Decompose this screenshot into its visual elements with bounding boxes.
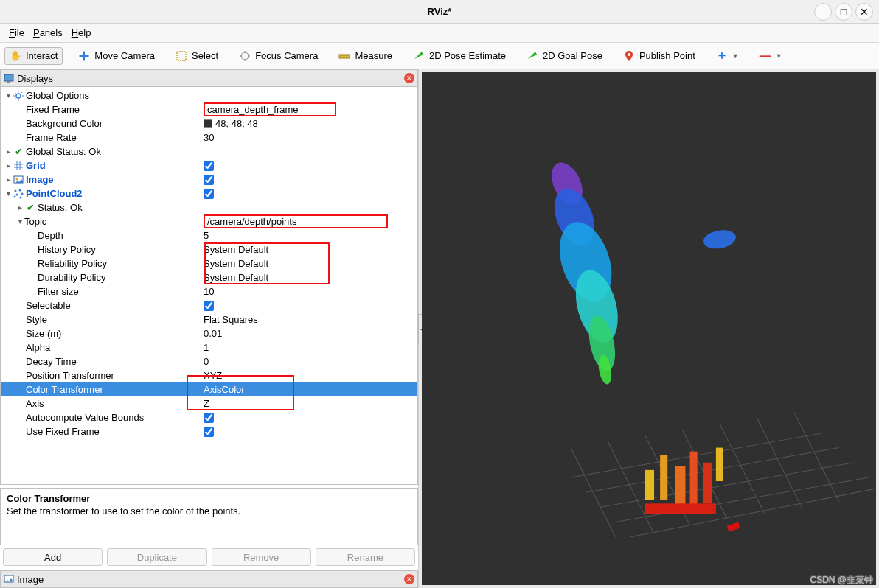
tree-value[interactable]: 10 — [204, 286, 214, 297]
expand-icon[interactable]: ▸ — [15, 203, 24, 211]
tree-label: Axis — [26, 398, 44, 409]
tree-item-decay-time[interactable]: Decay Time 0 — [1, 354, 417, 368]
tree-label: Global Options — [26, 90, 89, 101]
add-button[interactable]: Add — [3, 548, 103, 566]
tree-value[interactable]: Flat Squares — [204, 314, 258, 325]
tool-goal-label: 2D Goal Pose — [543, 50, 602, 61]
tree-value[interactable]: /camera/depth/points — [204, 214, 388, 228]
tree-item-alpha[interactable]: Alpha 1 — [1, 340, 417, 354]
3d-viewport[interactable] — [422, 72, 876, 585]
panel-close-icon[interactable]: ✕ — [404, 73, 414, 83]
tree-item-position-transformer[interactable]: Position Transformer XYZ — [1, 368, 417, 382]
image-panel-header[interactable]: Image ✕ — [0, 570, 418, 588]
tree-value[interactable]: 1 — [204, 342, 209, 353]
tree-value[interactable]: 5 — [204, 230, 209, 241]
tool-move-label: Move Camera — [94, 50, 155, 61]
tree-item-background-color[interactable]: Background Color 48; 48; 48 — [1, 116, 417, 130]
grid-checkbox[interactable] — [204, 161, 214, 171]
tree-item-size[interactable]: Size (m) 0.01 — [1, 326, 417, 340]
move-icon — [78, 50, 90, 62]
tool-select[interactable]: Select — [170, 47, 223, 65]
svg-point-11 — [21, 192, 24, 195]
tool-measure[interactable]: Measure — [333, 47, 397, 65]
pointcloud2-checkbox[interactable] — [204, 189, 214, 199]
tree-item-selectable[interactable]: Selectable — [1, 298, 417, 312]
tree-item-global-status[interactable]: ▸ ✔ Global Status: Ok — [1, 144, 417, 158]
tool-pose-estimate[interactable]: 2D Pose Estimate — [408, 47, 511, 65]
tree-value[interactable]: XYZ — [204, 370, 222, 381]
tree-item-style[interactable]: Style Flat Squares — [1, 312, 417, 326]
menu-file[interactable]: File — [4, 26, 29, 40]
tree-item-depth[interactable]: Depth 5 — [1, 228, 417, 242]
tree-item-filter-size[interactable]: Filter size 10 — [1, 284, 417, 298]
expand-icon[interactable]: ▸ — [4, 161, 13, 169]
tree-value[interactable]: Z — [204, 398, 209, 409]
autocompute-checkbox[interactable] — [204, 413, 214, 423]
gear-icon — [13, 90, 24, 102]
left-panel: Displays ✕ ▾ Global Options Fixed Frame … — [0, 69, 419, 588]
description-box: Color Transformer Set the transformer to… — [0, 488, 418, 545]
maximize-button[interactable]: □ — [835, 3, 852, 21]
svg-rect-0 — [177, 52, 186, 60]
close-button[interactable]: ✕ — [855, 3, 873, 21]
tool-move-camera[interactable]: Move Camera — [73, 47, 160, 65]
image-checkbox[interactable] — [204, 175, 214, 185]
tool-remove[interactable]: —▼ — [754, 46, 788, 66]
tree-value[interactable]: System Default — [204, 244, 268, 255]
tree-item-grid[interactable]: ▸ Grid — [1, 158, 417, 172]
tree-label: PointCloud2 — [26, 188, 83, 199]
rename-button[interactable]: Rename — [316, 548, 415, 566]
tree-item-color-transformer[interactable]: Color Transformer AxisColor — [1, 382, 417, 396]
tree-item-status-ok[interactable]: ▸ ✔ Status: Ok — [1, 200, 417, 214]
minimize-button[interactable]: – — [814, 3, 832, 21]
tree-value[interactable]: 48; 48; 48 — [215, 118, 258, 129]
svg-point-9 — [15, 189, 17, 192]
tree-item-frame-rate[interactable]: Frame Rate 30 — [1, 130, 417, 144]
tree-item-pointcloud2[interactable]: ▾ PointCloud2 — [1, 186, 417, 200]
tree-item-reliability-policy[interactable]: Reliability Policy System Default — [1, 256, 417, 270]
tree-value[interactable]: System Default — [204, 272, 268, 283]
displays-tree[interactable]: ▾ Global Options Fixed Frame camera_dept… — [0, 87, 418, 485]
expand-icon[interactable]: ▾ — [4, 189, 13, 197]
tree-value[interactable]: 0.01 — [204, 328, 222, 339]
tree-item-fixed-frame[interactable]: Fixed Frame camera_depth_frame — [1, 102, 417, 116]
tree-value[interactable]: System Default — [204, 258, 268, 269]
menu-help[interactable]: Help — [67, 26, 96, 40]
tree-item-durability-policy[interactable]: Durability Policy System Default — [1, 270, 417, 284]
tree-item-global-options[interactable]: ▾ Global Options — [1, 88, 417, 102]
selectable-checkbox[interactable] — [204, 301, 214, 311]
watermark: CSDN @韭菜钟 — [810, 574, 873, 587]
expand-icon[interactable]: ▸ — [4, 175, 13, 183]
tree-value[interactable]: 30 — [204, 132, 214, 143]
menu-panels[interactable]: Panels — [29, 26, 67, 40]
tree-item-topic[interactable]: ▾ Topic /camera/depth/points — [1, 214, 417, 228]
tree-item-history-policy[interactable]: History Policy System Default — [1, 242, 417, 256]
tree-label: Durability Policy — [38, 272, 105, 283]
tool-publish-point[interactable]: Publish Point — [618, 47, 701, 65]
remove-button[interactable]: Remove — [212, 548, 311, 566]
svg-point-10 — [19, 189, 21, 191]
use-fixed-frame-checkbox[interactable] — [204, 427, 214, 437]
tree-item-autocompute-bounds[interactable]: Autocompute Value Bounds — [1, 410, 417, 424]
tree-label: Color Transformer — [26, 384, 103, 395]
color-swatch[interactable] — [204, 119, 212, 128]
tree-item-axis[interactable]: Axis Z — [1, 396, 417, 410]
tree-item-use-fixed-frame[interactable]: Use Fixed Frame — [1, 424, 417, 438]
duplicate-button[interactable]: Duplicate — [107, 548, 206, 566]
tool-interact[interactable]: ✋ Interact — [4, 47, 63, 65]
expand-icon[interactable]: ▾ — [4, 91, 13, 99]
tree-value[interactable]: camera_depth_frame — [204, 102, 336, 116]
tool-goal-pose[interactable]: 2D Goal Pose — [521, 47, 608, 65]
expand-icon[interactable]: ▾ — [15, 217, 24, 225]
displays-panel-title: Displays — [17, 73, 401, 84]
expand-icon[interactable]: ▸ — [4, 147, 13, 155]
panel-close-icon[interactable]: ✕ — [404, 574, 414, 584]
tool-add[interactable]: ＋▼ — [711, 45, 744, 66]
tree-value[interactable]: 0 — [204, 356, 209, 367]
tree-item-image[interactable]: ▸ Image — [1, 172, 417, 186]
displays-panel-header[interactable]: Displays ✕ — [0, 69, 418, 87]
target-icon — [239, 50, 251, 62]
tool-focus-camera[interactable]: Focus Camera — [234, 47, 323, 65]
tree-value[interactable]: AxisColor — [204, 384, 245, 395]
svg-point-8 — [16, 178, 18, 180]
